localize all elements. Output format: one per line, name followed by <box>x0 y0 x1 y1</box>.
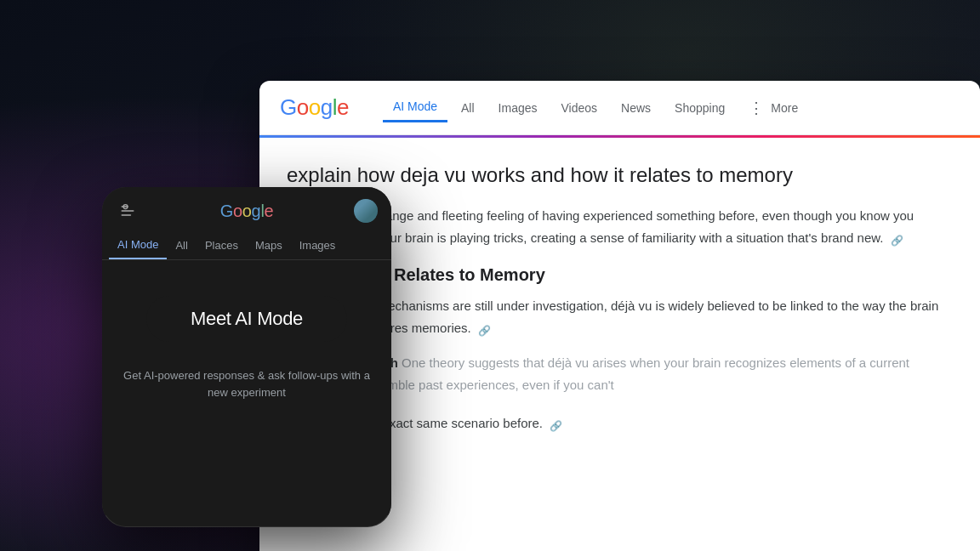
mobile-phone: Google AI Mode All Places Maps Images Me… <box>102 187 391 527</box>
more-dots-icon: ⋮ <box>749 99 764 117</box>
mobile-content: Meet AI Mode Get AI-powered responses & … <box>102 260 391 515</box>
svg-rect-1 <box>122 210 134 212</box>
nav-item-images[interactable]: Images <box>488 94 548 122</box>
mobile-nav-ai-mode[interactable]: AI Mode <box>109 231 167 259</box>
mobile-google-logo: Google <box>220 202 274 221</box>
nav-item-videos[interactable]: Videos <box>551 94 608 122</box>
nav-item-news[interactable]: News <box>611 94 661 122</box>
link-icon-2: 🔗 <box>478 322 492 336</box>
more-label: More <box>771 101 798 115</box>
mobile-nav: AI Mode All Places Maps Images <box>102 231 391 260</box>
nav-item-all[interactable]: All <box>451 94 485 122</box>
mobile-logo-o1: o <box>233 202 242 220</box>
mobile-nav-all[interactable]: All <box>167 232 196 258</box>
mobile-nav-maps[interactable]: Maps <box>247 232 291 258</box>
browser-header: Google AI Mode All Images Videos News Sh… <box>259 81 980 135</box>
mobile-logo-g2: g <box>252 202 261 220</box>
logo-g: G <box>280 94 297 121</box>
link-icon-1: 🔗 <box>891 232 904 246</box>
logo-g2: g <box>321 94 333 121</box>
mobile-logo-o2: o <box>242 202 252 220</box>
logo-o1: o <box>297 94 309 121</box>
ai-mode-button[interactable]: Meet AI Mode <box>145 294 349 344</box>
nav-item-ai-mode[interactable]: AI Mode <box>383 93 447 122</box>
mobile-nav-places[interactable]: Places <box>197 232 247 258</box>
logo-o2: o <box>309 94 321 121</box>
google-logo: Google <box>280 94 349 121</box>
nav-item-shopping[interactable]: Shopping <box>664 94 735 122</box>
nav-more-button[interactable]: ⋮ More <box>738 92 808 124</box>
mobile-avatar[interactable] <box>354 199 378 223</box>
mobile-menu-icon[interactable] <box>116 199 140 223</box>
mobile-subtitle: Get AI-powered responses & ask follow-up… <box>119 367 374 400</box>
mobile-logo-e: e <box>265 202 274 220</box>
query-title: explain how deja vu works and how it rel… <box>287 162 953 188</box>
mobile-nav-images[interactable]: Images <box>291 232 345 258</box>
logo-e: e <box>337 94 349 121</box>
mobile-logo-g: G <box>220 202 233 220</box>
mobile-header: Google <box>102 187 391 231</box>
ai-mode-button-label: Meet AI Mode <box>191 308 303 330</box>
svg-rect-2 <box>122 214 132 216</box>
link-icon-3: 🔗 <box>550 418 563 431</box>
desktop-nav: AI Mode All Images Videos News Shopping … <box>383 92 960 124</box>
